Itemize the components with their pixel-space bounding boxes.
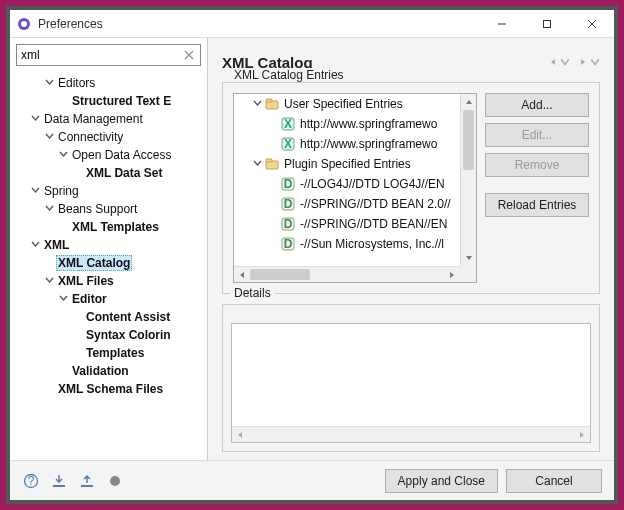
catalog-row[interactable]: Plugin Specified Entries (234, 154, 460, 174)
app-icon (16, 16, 32, 32)
folder-icon (264, 156, 280, 172)
dtd-entry-icon: D (280, 176, 296, 192)
cancel-button[interactable]: Cancel (506, 469, 602, 493)
catalog-row-label: -//SPRING//DTD BEAN 2.0// (300, 197, 451, 211)
catalog-row[interactable]: User Specified Entries (234, 94, 460, 114)
expand-toggle-icon[interactable] (250, 97, 264, 111)
tree-item[interactable]: Structured Text E (14, 92, 207, 110)
svg-rect-3 (543, 20, 550, 27)
export-icon[interactable] (78, 472, 96, 490)
svg-text:D: D (284, 197, 293, 211)
tree-item[interactable]: XML Templates (14, 218, 207, 236)
details-group (222, 304, 600, 452)
tree-item[interactable]: XML Catalog (14, 254, 207, 272)
tree-item[interactable]: Open Data Access (14, 146, 207, 164)
expand-toggle-icon[interactable] (42, 76, 56, 90)
expand-toggle-icon[interactable] (250, 157, 264, 171)
tree-item-label: XML Data Set (84, 166, 164, 180)
xsd-entry-icon: X (280, 116, 296, 132)
scroll-down-icon[interactable] (461, 250, 476, 266)
maximize-button[interactable] (524, 10, 569, 38)
tree-item-label: XML Schema Files (56, 382, 165, 396)
catalog-row-label: -//LOG4J//DTD LOG4J//EN (300, 177, 445, 191)
scroll-right-icon[interactable] (444, 267, 460, 283)
apply-and-close-button[interactable]: Apply and Close (385, 469, 498, 493)
tree-item-label: Open Data Access (70, 148, 173, 162)
search-input[interactable] (16, 44, 201, 66)
close-button[interactable] (569, 10, 614, 38)
back-history-button[interactable] (548, 57, 570, 67)
svg-text:D: D (284, 217, 293, 231)
catalog-row[interactable]: D-//SPRING//DTD BEAN 2.0// (234, 194, 460, 214)
tree-item-label: XML (42, 238, 71, 252)
tree-item[interactable]: Spring (14, 182, 207, 200)
expand-toggle-icon[interactable] (28, 238, 42, 252)
scroll-left-icon[interactable] (232, 427, 248, 443)
remove-button[interactable]: Remove (485, 153, 589, 177)
catalog-row[interactable]: D-//Sun Microsystems, Inc.//l (234, 234, 460, 254)
horizontal-scrollbar[interactable] (234, 266, 460, 282)
tree-item[interactable]: Content Assist (14, 308, 207, 326)
folder-icon (264, 96, 280, 112)
tree-item[interactable]: XML Files (14, 272, 207, 290)
scroll-up-icon[interactable] (461, 94, 476, 110)
tree-item[interactable]: Connectivity (14, 128, 207, 146)
svg-rect-15 (266, 159, 272, 162)
tree-item-label: Content Assist (84, 310, 172, 324)
catalog-row[interactable]: Xhttp://www.springframewo (234, 114, 460, 134)
tree-item[interactable]: Templates (14, 344, 207, 362)
catalog-row[interactable]: D-//SPRING//DTD BEAN//EN (234, 214, 460, 234)
vertical-scrollbar[interactable] (460, 94, 476, 266)
scroll-left-icon[interactable] (234, 267, 250, 283)
details-horizontal-scrollbar[interactable] (232, 426, 590, 442)
add-button[interactable]: Add... (485, 93, 589, 117)
tree-item[interactable]: XML Schema Files (14, 380, 207, 398)
preferences-tree[interactable]: EditorsStructured Text EData ManagementC… (10, 72, 207, 460)
tree-item[interactable]: XML Data Set (14, 164, 207, 182)
expand-toggle-icon[interactable] (28, 112, 42, 126)
minimize-button[interactable] (479, 10, 524, 38)
tree-item-label: Beans Support (56, 202, 139, 216)
tree-item[interactable]: XML (14, 236, 207, 254)
help-icon[interactable]: ? (22, 472, 40, 490)
svg-text:X: X (284, 137, 292, 151)
expand-toggle-icon[interactable] (42, 130, 56, 144)
dtd-entry-icon: D (280, 216, 296, 232)
expand-toggle-icon[interactable] (56, 292, 70, 306)
expand-toggle-icon[interactable] (42, 274, 56, 288)
record-icon[interactable] (106, 472, 124, 490)
tree-item-label: Data Management (42, 112, 145, 126)
entries-group-label: XML Catalog Entries (230, 68, 348, 82)
catalog-row-label: http://www.springframewo (300, 137, 437, 151)
expand-toggle-icon[interactable] (28, 184, 42, 198)
catalog-row-label: -//Sun Microsystems, Inc.//l (300, 237, 444, 251)
details-group-label: Details (230, 286, 275, 300)
svg-text:X: X (284, 117, 292, 131)
expand-toggle-icon[interactable] (42, 202, 56, 216)
catalog-row[interactable]: D-//LOG4J//DTD LOG4J//EN (234, 174, 460, 194)
clear-search-icon[interactable] (181, 47, 197, 63)
catalog-entries-list[interactable]: User Specified EntriesXhttp://www.spring… (233, 93, 477, 283)
tree-item-label: XML Catalog (56, 255, 132, 271)
edit-button[interactable]: Edit... (485, 123, 589, 147)
import-icon[interactable] (50, 472, 68, 490)
tree-item[interactable]: Data Management (14, 110, 207, 128)
forward-history-button[interactable] (578, 57, 600, 67)
tree-item[interactable]: Beans Support (14, 200, 207, 218)
tree-item-label: Validation (70, 364, 131, 378)
scroll-right-icon[interactable] (574, 427, 590, 443)
tree-item-label: Spring (42, 184, 81, 198)
preferences-sidebar: EditorsStructured Text EData ManagementC… (10, 38, 208, 460)
tree-item-label: XML Templates (70, 220, 161, 234)
tree-item[interactable]: Editor (14, 290, 207, 308)
tree-item[interactable]: Validation (14, 362, 207, 380)
tree-item[interactable]: Editors (14, 74, 207, 92)
hscroll-thumb[interactable] (250, 269, 310, 280)
details-panel (231, 323, 591, 443)
expand-toggle-icon[interactable] (56, 148, 70, 162)
catalog-row[interactable]: Xhttp://www.springframewo (234, 134, 460, 154)
catalog-row-label: User Specified Entries (284, 97, 403, 111)
tree-item[interactable]: Syntax Colorin (14, 326, 207, 344)
scroll-thumb[interactable] (463, 110, 474, 170)
reload-entries-button[interactable]: Reload Entries (485, 193, 589, 217)
